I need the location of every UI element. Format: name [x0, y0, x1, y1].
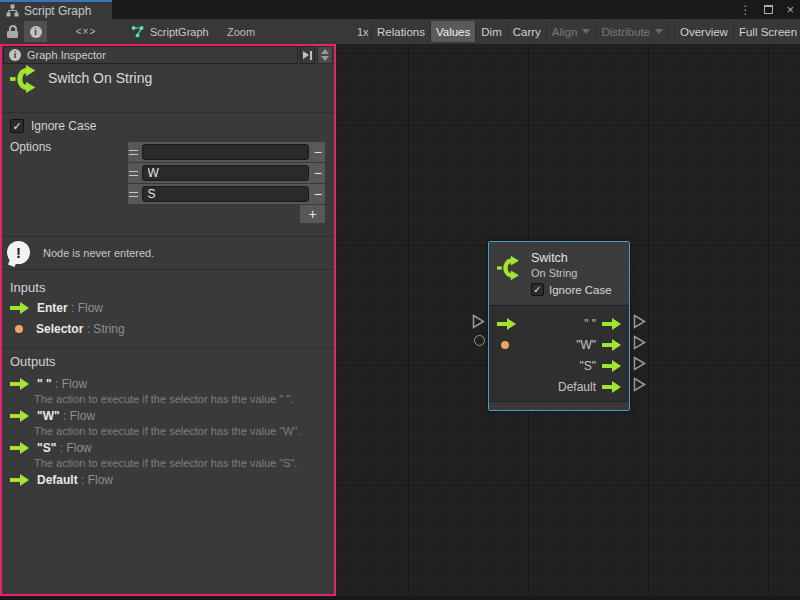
hierarchy-icon: [6, 4, 19, 17]
fullscreen-button[interactable]: Full Screen: [734, 21, 800, 42]
overview-button[interactable]: Overview: [674, 21, 734, 42]
options-list: − − − +: [128, 142, 325, 223]
output-port-icon[interactable]: [602, 318, 621, 330]
chevron-up-icon: [321, 49, 329, 54]
output-port-description: The action to execute if the selector ha…: [34, 425, 300, 437]
relations-button[interactable]: Relations: [371, 21, 431, 42]
warning-banner: ! Node is never entered.: [2, 236, 334, 270]
remove-option-button[interactable]: −: [311, 142, 325, 162]
scroll-spinner[interactable]: [317, 46, 333, 64]
distribute-button[interactable]: Distribute: [596, 21, 669, 42]
inspector-toggle-button[interactable]: i: [24, 21, 47, 42]
dim-button[interactable]: Dim: [476, 21, 507, 42]
drag-handle-icon[interactable]: [128, 192, 140, 197]
graph-icon: [131, 25, 144, 38]
chevron-down-icon: [582, 29, 590, 34]
inspector-header: i Graph Inspector: [3, 46, 298, 64]
node-ignore-case-checkbox[interactable]: ✓: [531, 283, 544, 296]
enter-port-icon[interactable]: [497, 318, 516, 330]
output-port-description: The action to execute if the selector ha…: [34, 457, 297, 469]
output-port-space: " " : Flow: [10, 377, 87, 391]
switch-node-icon: [10, 64, 40, 94]
ghost-value-input-port[interactable]: [474, 335, 485, 346]
remove-option-button[interactable]: −: [311, 163, 325, 183]
value-port-icon: [15, 325, 23, 333]
option-input[interactable]: [142, 186, 309, 202]
node-footer: [489, 401, 629, 410]
option-row: −: [128, 142, 325, 162]
drag-handle-icon[interactable]: [128, 150, 140, 155]
input-port-enter: Enter : Flow: [10, 301, 103, 315]
graph-inspector-panel: i Graph Inspector Switch On String ✓ Ign…: [0, 44, 336, 596]
option-row: −: [128, 184, 325, 204]
node-header[interactable]: Switch On String ✓ Ignore Case: [489, 242, 629, 306]
output-label: "W": [576, 338, 596, 352]
drag-handle-icon[interactable]: [128, 171, 140, 176]
selector-port-icon[interactable]: [501, 341, 509, 349]
titlebar: Script Graph ⋮ ×: [0, 0, 800, 19]
divider: [2, 347, 334, 348]
ghost-flow-input-port[interactable]: [472, 314, 485, 329]
flow-arrow-icon: [10, 302, 29, 314]
output-label: " ": [584, 317, 596, 331]
flow-arrow-icon: [10, 410, 29, 422]
output-port-s: "S" : Flow: [10, 441, 92, 455]
maximize-icon[interactable]: [764, 5, 773, 14]
inspector-header-title: Graph Inspector: [27, 49, 106, 61]
code-icon: <×>: [76, 26, 97, 37]
breadcrumb[interactable]: ScriptGraph: [131, 21, 209, 42]
carry-button[interactable]: Carry: [508, 21, 547, 42]
code-view-button[interactable]: <×>: [68, 21, 104, 42]
chevron-down-icon: [655, 29, 663, 34]
output-port-description: The action to execute if the selector ha…: [34, 393, 293, 405]
switch-node-icon: [497, 255, 523, 281]
option-input[interactable]: [142, 165, 309, 181]
window-menu-icon[interactable]: ⋮: [739, 4, 751, 16]
output-port-w: "W" : Flow: [10, 409, 95, 423]
options-label: Options: [10, 140, 51, 154]
dock-icon: [303, 51, 309, 59]
output-label: "S": [579, 359, 596, 373]
lock-icon: [7, 25, 18, 38]
node-body: " " "W" "S" Default: [489, 306, 629, 397]
align-button[interactable]: Align: [547, 21, 597, 42]
remove-option-button[interactable]: −: [311, 184, 325, 204]
option-input[interactable]: [142, 144, 309, 160]
node-subtitle: On String: [531, 267, 577, 279]
warning-text: Node is never entered.: [43, 247, 154, 259]
ghost-output-port[interactable]: [633, 314, 646, 329]
ghost-output-port[interactable]: [633, 377, 646, 392]
node-title: Switch: [531, 251, 568, 265]
output-port-icon[interactable]: [602, 339, 621, 351]
zoom-label: Zoom: [227, 19, 255, 44]
divider: [2, 112, 334, 113]
chevron-down-icon: [321, 56, 329, 61]
tab-script-graph[interactable]: Script Graph: [0, 0, 112, 19]
lock-button[interactable]: [2, 21, 23, 42]
ghost-output-port[interactable]: [633, 335, 646, 350]
dock-button[interactable]: [300, 46, 315, 64]
output-port-default: Default : Flow: [10, 473, 113, 487]
ghost-output-port[interactable]: [633, 356, 646, 371]
window-bottom-edge: [0, 596, 800, 600]
output-port-icon[interactable]: [602, 360, 621, 372]
flow-arrow-icon: [10, 474, 29, 486]
zoom-value: 1x: [357, 19, 369, 44]
ignore-case-label: Ignore Case: [31, 119, 96, 133]
ignore-case-checkbox[interactable]: ✓: [10, 119, 24, 133]
close-icon[interactable]: ×: [786, 3, 794, 16]
info-icon: i: [30, 26, 42, 38]
warning-icon: !: [7, 241, 31, 265]
flow-arrow-icon: [10, 378, 29, 390]
breadcrumb-label: ScriptGraph: [150, 26, 209, 38]
inputs-heading: Inputs: [10, 280, 45, 295]
tab-title: Script Graph: [24, 4, 91, 18]
values-button[interactable]: Values: [431, 21, 476, 42]
input-port-selector: Selector : String: [10, 322, 125, 336]
info-icon: i: [9, 49, 21, 61]
add-option-button[interactable]: +: [300, 205, 325, 223]
output-port-icon[interactable]: [602, 381, 621, 393]
toolbar: i <×> ScriptGraph Zoom 1x Relations Valu…: [0, 19, 800, 44]
graph-canvas[interactable]: Switch On String ✓ Ignore Case " " "W": [336, 44, 800, 596]
switch-on-string-node[interactable]: Switch On String ✓ Ignore Case " " "W": [488, 241, 630, 411]
